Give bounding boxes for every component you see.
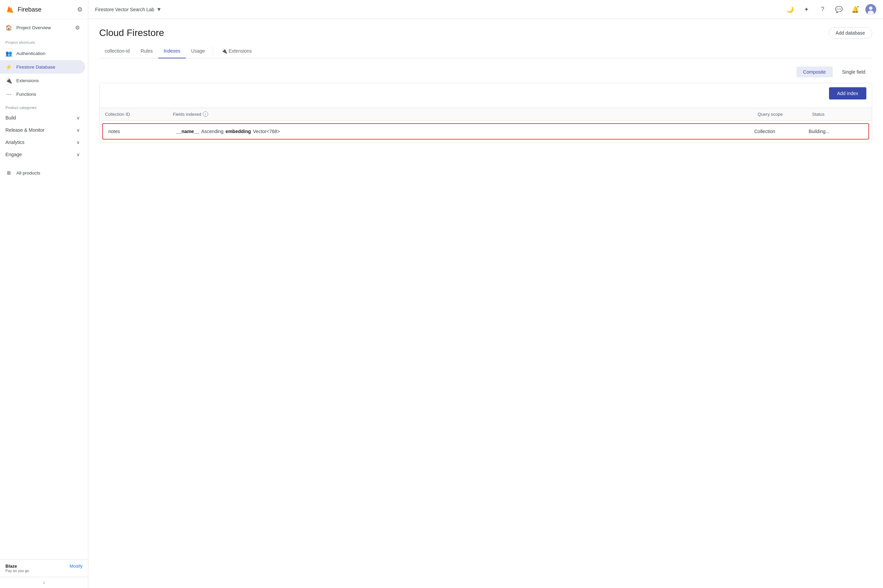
sidebar-item-engage[interactable]: Engage ∨: [0, 148, 85, 160]
firestore-icon: ⚡: [5, 63, 12, 70]
tab-extensions[interactable]: 🔌 Extensions: [216, 44, 257, 58]
chat-icon: 💬: [835, 6, 842, 13]
project-dropdown-icon: ▼: [156, 6, 162, 12]
chat-button[interactable]: 💬: [833, 3, 845, 16]
extensions-tab-icon: 🔌: [221, 48, 227, 54]
all-products-item[interactable]: ⊞ All products: [0, 166, 85, 180]
sidebar-item-authentication[interactable]: 👥 Authentication: [0, 46, 85, 60]
table-action-row: Add index: [99, 83, 872, 108]
sidebar: Firebase ⚙ 🏠 Project Overview ⚙ Project …: [0, 0, 88, 588]
product-categories-items: Build ∨ Release & Monitor ∨ Analytics ∨ …: [0, 112, 88, 160]
project-shortcuts-label: Project shortcuts: [0, 36, 88, 46]
composite-button[interactable]: Composite: [796, 66, 833, 77]
th-query-scope: Query scope: [758, 111, 812, 117]
project-overview-label: Project Overview: [16, 25, 51, 30]
notification-button[interactable]: 🔔: [849, 3, 861, 16]
sidebar-item-release-monitor[interactable]: Release & Monitor ∨: [0, 124, 85, 136]
table-header: Collection ID Fields indexed i Query sco…: [99, 108, 872, 120]
build-chevron-icon: ∨: [77, 115, 80, 120]
tab-usage[interactable]: Usage: [186, 44, 210, 58]
dark-mode-icon: 🌙: [786, 6, 794, 13]
sidebar-item-analytics[interactable]: Analytics ∨: [0, 136, 85, 148]
sparkle-button[interactable]: ✦: [800, 3, 812, 16]
tabs-bar: collection-id Rules Indexes Usage 🔌 Exte…: [99, 44, 872, 58]
project-name: Firestore Vector Search Lab: [95, 7, 154, 12]
home-icon: 🏠: [5, 24, 12, 31]
engage-chevron-icon: ∨: [77, 152, 80, 157]
collection-id-cell: notes: [108, 129, 176, 134]
authentication-label: Authentication: [16, 51, 45, 56]
brand-name: Firebase: [18, 6, 41, 13]
add-database-button[interactable]: Add database: [829, 27, 872, 39]
sidebar-item-firestore[interactable]: ⚡ Firestore Database: [0, 60, 85, 74]
sidebar-item-functions[interactable]: ⋯ Functions: [0, 87, 85, 101]
help-icon: ?: [821, 6, 824, 13]
field-type-2: Vector<768>: [253, 129, 280, 134]
fields-info-icon[interactable]: i: [203, 111, 208, 117]
sidebar-item-project-overview[interactable]: 🏠 Project Overview ⚙: [0, 21, 85, 34]
help-button[interactable]: ?: [817, 3, 829, 16]
topbar-icons: 🌙 ✦ ? 💬 🔔: [784, 3, 876, 16]
status-cell: Building...: [809, 129, 863, 134]
tab-data[interactable]: collection-id: [99, 44, 135, 58]
field-type-1: Ascending: [201, 129, 224, 134]
tab-indexes[interactable]: Indexes: [158, 44, 186, 58]
firestore-label: Firestore Database: [16, 64, 56, 70]
all-products-label: All products: [16, 170, 41, 176]
tab-rules[interactable]: Rules: [135, 44, 158, 58]
sidebar-header: Firebase ⚙: [0, 0, 88, 20]
engage-label: Engage: [5, 152, 22, 157]
build-label: Build: [5, 115, 16, 120]
th-fields-indexed: Fields indexed i: [173, 111, 758, 117]
index-table-container: Add index Collection ID Fields indexed i…: [99, 83, 872, 142]
project-selector[interactable]: Firestore Vector Search Lab ▼: [95, 6, 162, 12]
page-title: Cloud Firestore: [99, 27, 164, 38]
plan-details: Blaze Pay as you go: [5, 564, 29, 573]
th-status: Status: [812, 111, 866, 117]
settings-gear-icon[interactable]: ⚙: [75, 24, 80, 31]
topbar: Firestore Vector Search Lab ▼ 🌙 ✦ ? 💬 🔔: [88, 0, 883, 19]
sidebar-bottom: Blaze Pay as you go Modify: [0, 559, 88, 577]
analytics-label: Analytics: [5, 140, 24, 145]
th-collection-id: Collection ID: [105, 111, 173, 117]
notification-dot: [856, 5, 859, 8]
project-shortcuts-items: 👥 Authentication ⚡ Firestore Database 🔌 …: [0, 46, 88, 101]
plan-modify-link[interactable]: Modify: [70, 564, 83, 568]
auth-icon: 👥: [5, 50, 12, 57]
plan-info: Blaze Pay as you go Modify: [5, 564, 83, 573]
sidebar-collapse-button[interactable]: ‹: [0, 577, 88, 588]
content-area: Cloud Firestore Add database collection-…: [88, 19, 883, 588]
sidebar-item-build[interactable]: Build ∨: [0, 112, 85, 124]
analytics-chevron-icon: ∨: [77, 140, 80, 145]
page-header: Cloud Firestore Add database: [99, 27, 872, 39]
field-name-2: embedding: [225, 129, 251, 134]
sparkle-icon: ✦: [804, 6, 809, 13]
extensions-label: Extensions: [16, 78, 39, 83]
functions-label: Functions: [16, 92, 36, 97]
plan-name: Blaze: [5, 564, 29, 568]
release-monitor-label: Release & Monitor: [5, 127, 45, 133]
field-name-1: __name__: [176, 129, 199, 134]
index-type-controls: Composite Single field: [99, 66, 872, 77]
main-content: Firestore Vector Search Lab ▼ 🌙 ✦ ? 💬 🔔: [88, 0, 883, 588]
extensions-icon: 🔌: [5, 77, 12, 84]
grid-icon: ⊞: [5, 170, 12, 176]
query-scope-cell: Collection: [754, 129, 809, 134]
svg-point-1: [869, 6, 872, 10]
dark-mode-button[interactable]: 🌙: [784, 3, 796, 16]
user-avatar[interactable]: [865, 4, 876, 15]
firebase-logo-icon: [5, 5, 15, 14]
fields-cell: __name__ Ascending embedding Vector<768>: [176, 129, 754, 134]
add-index-button[interactable]: Add index: [829, 87, 866, 99]
functions-icon: ⋯: [5, 91, 12, 98]
product-categories-label: Product categories: [0, 101, 88, 112]
plan-sub: Pay as you go: [5, 568, 29, 573]
tab-divider: [213, 47, 213, 56]
release-chevron-icon: ∨: [77, 127, 80, 133]
single-field-button[interactable]: Single field: [835, 66, 872, 77]
sidebar-item-extensions[interactable]: 🔌 Extensions: [0, 74, 85, 87]
collapse-icon: ‹: [43, 580, 45, 585]
table-row[interactable]: notes __name__ Ascending embedding Vecto…: [102, 123, 869, 140]
settings-icon[interactable]: ⚙: [77, 6, 83, 13]
